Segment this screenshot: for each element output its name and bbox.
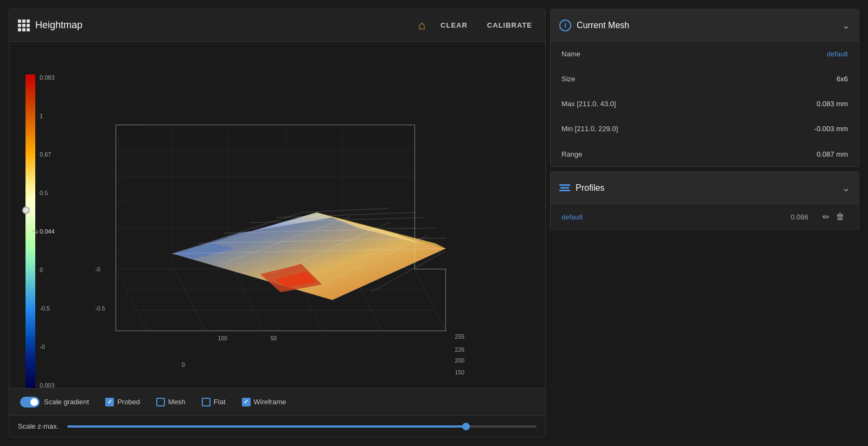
y-axis-255: 255	[455, 334, 465, 340]
mesh-min-label: Min [211.0, 229.0]	[561, 125, 814, 133]
scale-thumb[interactable]	[462, 423, 470, 430]
scale-track[interactable]	[67, 425, 537, 428]
header-actions: ⌂ CLEAR CALIBRATE	[418, 18, 537, 33]
profile-default-value: 0.086	[790, 213, 808, 221]
mesh-min-row: Min [211.0, 229.0] -0.003 mm	[551, 117, 859, 141]
current-mesh-card: i Current Mesh ⌄ Name default Size 6x6 M…	[550, 9, 859, 167]
probed-label: Probed	[117, 398, 140, 406]
mesh-max-value: 0.083 mm	[816, 100, 848, 108]
current-mesh-header[interactable]: i Current Mesh ⌄	[551, 9, 859, 42]
y-axis-200: 200	[455, 358, 465, 364]
probed-check-icon: ✓	[107, 398, 112, 405]
calibrate-button[interactable]: CALIBRATE	[483, 19, 537, 31]
flat-checkbox-container[interactable]: Flat	[202, 398, 226, 406]
scale-z-max-label: Scale z-max.	[18, 422, 59, 430]
wireframe-checkbox[interactable]: ✓	[242, 398, 251, 406]
gradient-handle[interactable]	[22, 206, 39, 214]
mesh-max-label: Max [211.0, 43.0]	[561, 100, 816, 108]
mesh-range-row: Range 0.087 mm	[551, 141, 859, 166]
bottom-controls: Scale gradient ✓ Probed Mesh Flat ✓ Wire…	[9, 388, 545, 415]
wireframe-label: Wireframe	[254, 398, 286, 406]
x-axis-100: 100	[218, 335, 228, 341]
header-bar: Heightmap ⌂ CLEAR CALIBRATE	[9, 9, 545, 42]
header-title-area: Heightmap	[18, 20, 418, 31]
z-axis-label: Z	[31, 229, 39, 234]
x-axis-50: 50	[271, 335, 277, 341]
mesh-size-value: 6x6	[837, 75, 848, 83]
probed-checkbox[interactable]: ✓	[105, 398, 114, 406]
current-mesh-title: Current Mesh	[577, 21, 842, 30]
svg-line-42	[302, 208, 390, 212]
clear-button[interactable]: CLEAR	[436, 19, 472, 31]
z-axis-neg0: -0	[95, 267, 100, 273]
profile-default-name[interactable]: default	[561, 213, 790, 221]
probed-checkbox-container[interactable]: ✓ Probed	[105, 398, 140, 406]
svg-line-5	[175, 269, 206, 331]
profile-default-row: default 0.086 ✏ 🗑	[551, 204, 859, 229]
flat-checkbox[interactable]	[202, 398, 210, 406]
right-panel: i Current Mesh ⌄ Name default Size 6x6 M…	[550, 9, 859, 437]
mesh-label: Mesh	[168, 398, 186, 406]
mesh-range-value: 0.087 mm	[816, 150, 848, 158]
profiles-card: Profiles ⌄ default 0.086 ✏ 🗑	[550, 171, 859, 230]
gradient-label-min: 0.003	[40, 382, 55, 388]
heightmap-svg: 100 50 0 255 226 200 150 -0 -0.5	[53, 58, 540, 377]
scale-gradient-label: Scale gradient	[44, 398, 89, 406]
profile-delete-button[interactable]: 🗑	[833, 210, 848, 224]
gradient-bar-container: 0.083 1 0.67 0.5 0.044 0 -0.5 -0 0.003 Z	[25, 74, 55, 388]
mesh-checkbox-container[interactable]: Mesh	[156, 398, 186, 406]
z-axis-neg05: -0.5	[95, 306, 105, 312]
flat-label: Flat	[214, 398, 226, 406]
y-axis-150: 150	[455, 370, 465, 376]
mesh-min-value: -0.003 mm	[814, 125, 848, 133]
mesh-name-value[interactable]: default	[827, 50, 848, 58]
mesh-max-row: Max [211.0, 43.0] 0.083 mm	[551, 92, 859, 117]
mesh-name-label: Name	[561, 50, 827, 58]
home-icon[interactable]: ⌂	[418, 18, 425, 33]
mesh-size-row: Size 6x6	[551, 67, 859, 92]
profile-edit-button[interactable]: ✏	[819, 210, 833, 224]
profiles-chevron: ⌄	[842, 182, 850, 194]
left-panel: Heightmap ⌂ CLEAR CALIBRATE 0.083 1 0.67	[9, 9, 546, 437]
scale-gradient-toggle-container: Scale gradient	[20, 397, 89, 408]
svg-line-9	[415, 269, 446, 331]
scale-fill	[67, 425, 466, 428]
wireframe-check-icon: ✓	[244, 398, 248, 405]
mesh-checkbox[interactable]	[156, 398, 165, 406]
profiles-header[interactable]: Profiles ⌄	[551, 172, 859, 204]
page-title: Heightmap	[35, 20, 82, 31]
x-axis-0: 0	[182, 362, 185, 368]
y-axis-226: 226	[455, 347, 465, 353]
viz-area: 0.083 1 0.67 0.5 0.044 0 -0.5 -0 0.003 Z	[9, 42, 545, 388]
layers-icon	[559, 184, 570, 191]
svg-line-41	[276, 212, 415, 218]
scale-bar-row: Scale z-max.	[9, 415, 545, 437]
mesh-size-label: Size	[561, 75, 837, 83]
grid-icon	[18, 20, 30, 31]
mesh-name-row: Name default	[551, 42, 859, 67]
handle-circle	[22, 206, 30, 214]
scale-gradient-toggle[interactable]	[20, 397, 40, 408]
mesh-range-label: Range	[561, 150, 816, 158]
current-mesh-chevron: ⌄	[842, 20, 850, 31]
mesh-canvas: 100 50 0 255 226 200 150 -0 -0.5	[53, 58, 540, 377]
profiles-title: Profiles	[576, 183, 842, 193]
wireframe-checkbox-container[interactable]: ✓ Wireframe	[242, 398, 286, 406]
info-icon: i	[559, 20, 571, 31]
